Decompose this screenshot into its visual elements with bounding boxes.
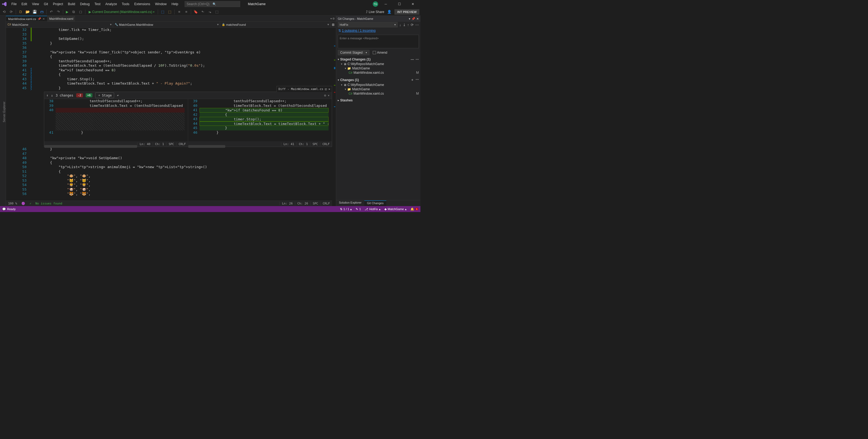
diff-down-icon[interactable]: ↓ — [51, 93, 53, 97]
menu-window[interactable]: Window — [153, 1, 169, 7]
diff-popout-icon[interactable]: ◱ — [325, 87, 327, 91]
project-node-2[interactable]: ▾📁MatchGame — [336, 87, 421, 91]
search-box[interactable]: Search (Ctrl+Q) 🔍 — [185, 1, 240, 7]
open-icon[interactable]: 📂 — [25, 9, 31, 15]
pin-icon[interactable]: 📌 — [38, 17, 41, 20]
menu-git[interactable]: Git — [42, 1, 50, 7]
start-debug-button[interactable]: ▶ — [65, 10, 69, 14]
fwd-icon[interactable]: ⟳ — [8, 9, 14, 15]
stage-all-icon[interactable]: ＋ — [411, 78, 414, 82]
menu-build[interactable]: Build — [66, 1, 78, 7]
diff-right-scroll[interactable] — [329, 99, 332, 141]
branch-status[interactable]: ⎇ HotFix ▴ — [365, 207, 381, 211]
undo-icon[interactable]: ↶ — [48, 9, 54, 15]
dropdown-icon[interactable]: ▾ — [328, 93, 330, 97]
staged-changes-header[interactable]: ▾ Staged Changes (1) —⋯ — [336, 57, 421, 62]
stage-button[interactable]: ＋ Stage — [95, 92, 114, 98]
nav-class[interactable]: 🔧 MatchGame.MainWindow ▾ — [113, 22, 220, 27]
sync-status[interactable]: ⇅ 1 / 1 ▴ — [340, 207, 352, 211]
stashes-header[interactable]: ▸ Stashes — [336, 98, 421, 103]
run-current-document[interactable]: ▶ Current Document (MainWindow.xaml.cs) … — [87, 10, 156, 14]
dropdown-icon[interactable]: ▾ — [409, 17, 410, 21]
repo-node-2[interactable]: ▾🖥C:\MyRepos\MatchGame — [336, 83, 421, 87]
nav-member[interactable]: 🔒 matchesFound ▾ — [220, 22, 331, 27]
error-indicator[interactable]: 🟣 — [19, 202, 27, 205]
gear-icon[interactable]: ⚙ — [324, 93, 326, 97]
bookmark-icon[interactable]: 🔖 — [193, 9, 199, 15]
revert-icon[interactable]: ↶ — [117, 93, 119, 97]
menu-tools[interactable]: Tools — [120, 1, 131, 7]
menu-extensions[interactable]: Extensions — [132, 1, 152, 7]
minimize-button[interactable]: ─ — [380, 0, 392, 8]
issues-indicator[interactable]: ✓ No issues found — [27, 202, 67, 205]
uncomment-icon[interactable]: ≡ — [183, 9, 189, 15]
bookmark-clear-icon[interactable]: ⬚ — [214, 9, 220, 15]
code-editor[interactable]: 3233343536373839404142434445 timer.Tick … — [6, 28, 336, 206]
more-icon[interactable]: ⋯ — [415, 78, 419, 82]
feedback-icon[interactable]: 👤 — [386, 9, 392, 15]
pin-icon[interactable]: 📌 — [411, 17, 415, 21]
branch-selector[interactable]: HotFix ▾ — [338, 22, 398, 27]
menu-project[interactable]: Project — [51, 1, 65, 7]
menu-help[interactable]: Help — [169, 1, 181, 7]
diff-up-icon[interactable]: ↑ — [46, 93, 48, 97]
menu-view[interactable]: View — [30, 1, 41, 7]
diff-left-scroll[interactable] — [185, 99, 188, 141]
code-editor-bottom[interactable]: 4647484950515253545556 } "kw">private "k… — [6, 147, 332, 201]
diff-left-hscroll[interactable] — [44, 145, 137, 148]
nav-project[interactable]: C# MatchGame ▾ — [6, 22, 113, 27]
edits-status[interactable]: ✎ 1 — [356, 207, 361, 211]
tool-icon-2[interactable]: ⬚ — [167, 9, 173, 15]
close-panel-icon[interactable]: ✕ — [416, 17, 419, 21]
user-avatar[interactable]: TG — [373, 1, 378, 7]
outgoing-incoming-link[interactable]: ⇅ 1 outgoing / 1 incoming — [336, 28, 421, 34]
menu-test[interactable]: Test — [92, 1, 103, 7]
git-changes-tab[interactable]: Git Changes — [364, 200, 386, 206]
back-icon[interactable]: ⟲ — [1, 9, 7, 15]
diff-close-icon[interactable]: ✕ — [328, 87, 330, 91]
close-tab-icon[interactable]: ✕ — [42, 17, 45, 20]
bookmark-next-icon[interactable]: ⬎ — [207, 9, 213, 15]
repo-status[interactable]: ◆ MatchGame ▴ — [384, 207, 407, 211]
solution-explorer-tab[interactable]: Solution Explorer — [336, 200, 364, 206]
zoom-level[interactable]: 100 % — [6, 202, 19, 205]
diff-right-hscroll[interactable] — [188, 145, 225, 148]
commit-message-input[interactable]: Enter a message <Required> — [338, 35, 419, 48]
more-icon[interactable]: ⋯ — [415, 23, 419, 27]
menu-analyze[interactable]: Analyze — [103, 1, 119, 7]
stop-icon[interactable]: ◻ — [78, 9, 84, 15]
sync-icon[interactable]: ⟳ — [411, 23, 414, 27]
more-icon[interactable]: ⋯ — [415, 57, 419, 61]
close-button[interactable]: ✕ — [407, 0, 419, 8]
vertical-scrollbar[interactable] — [332, 28, 336, 206]
changed-file[interactable]: C#MainWindow.xaml.cs M — [336, 91, 421, 96]
tab-mainwindow-cs[interactable]: MainWindow.xaml.cs 📌 ✕ — [6, 16, 47, 22]
staged-file[interactable]: C#MainWindow.xaml.cs M — [336, 70, 421, 75]
menu-debug[interactable]: Debug — [78, 1, 92, 7]
saveall-icon[interactable]: 🗃 — [39, 9, 45, 15]
project-node[interactable]: ▾📁MatchGame — [336, 66, 421, 70]
menu-file[interactable]: File — [9, 1, 19, 7]
repo-node[interactable]: ▾🖥C:\MyRepos\MatchGame — [336, 62, 421, 66]
menu-edit[interactable]: Edit — [19, 1, 29, 7]
bookmark-prev-icon[interactable]: ⬑ — [200, 9, 206, 15]
pull-icon[interactable]: ⤓ — [403, 23, 406, 27]
tool-icon-1[interactable]: ⬚ — [160, 9, 166, 15]
push-icon[interactable]: ↑ — [407, 23, 409, 27]
fetch-icon[interactable]: ↓ — [399, 23, 401, 27]
notifications[interactable]: 🔔1 — [410, 207, 418, 211]
tabs-gear-icon[interactable]: ⚙ — [332, 17, 335, 20]
unstage-icon[interactable]: — — [411, 57, 414, 61]
live-share-button[interactable]: ⤴ Live Share — [366, 10, 384, 14]
save-icon[interactable]: 💾 — [32, 9, 38, 15]
redo-icon[interactable]: ↷ — [55, 9, 61, 15]
tab-mainwindow-xaml[interactable]: MainWindow.xaml — [47, 16, 76, 22]
diff-tab[interactable]: Diff - MainWindow.xaml.cs ◱ ✕ — [277, 86, 332, 92]
changes-header[interactable]: ▾ Changes (1) ＋⋯ — [336, 77, 421, 83]
maximize-button[interactable]: ☐ — [393, 0, 405, 8]
split-icon[interactable]: ⊞ — [331, 22, 336, 27]
new-icon[interactable]: 🗋 — [18, 9, 24, 15]
tabs-dropdown-icon[interactable]: ▾ — [331, 17, 332, 20]
debug-target-icon[interactable]: ⧉ — [70, 9, 76, 15]
amend-checkbox[interactable]: Amend — [373, 51, 388, 55]
